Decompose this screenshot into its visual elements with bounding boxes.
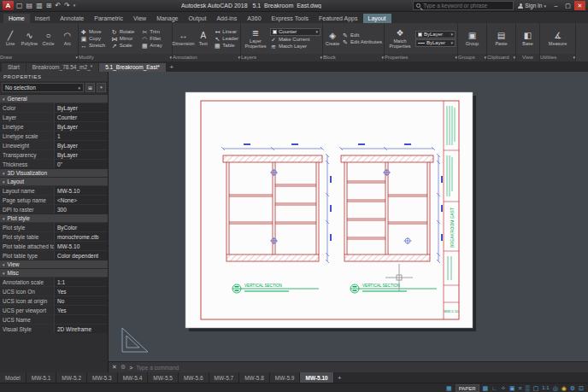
ribbon-tab[interactable]: Annotate	[55, 14, 89, 23]
property-row[interactable]: Thickness 0"	[0, 159, 108, 168]
isolate-objects-icon[interactable]: ◉	[562, 383, 567, 392]
property-row[interactable]: Annotation scale 1:1	[0, 277, 108, 286]
lineweight-icon[interactable]: ≡	[519, 383, 522, 392]
ribbon-tab[interactable]: Insert	[30, 14, 56, 23]
block-panel-label[interactable]: Block ▾	[323, 54, 384, 61]
property-row[interactable]: Lineweight ByLayer	[0, 140, 108, 149]
property-row[interactable]: Transparency ByLayer	[0, 149, 108, 159]
clean-screen-icon[interactable]: ⊡	[579, 383, 584, 392]
ribbon-tab[interactable]: A360	[242, 14, 266, 23]
annotation-monitor-icon[interactable]: ◎	[553, 383, 558, 392]
match-properties-button[interactable]: ❖ Match Properties	[386, 24, 414, 53]
ortho-icon[interactable]: ∟	[491, 383, 497, 392]
layout-tab[interactable]: MW-5.9	[270, 372, 301, 383]
section-header-plot-style[interactable]: ▾ Plot style	[0, 214, 108, 222]
property-value[interactable]: 1	[55, 132, 108, 140]
layout-tab[interactable]: MW-5.8	[239, 372, 270, 383]
selection-dropdown[interactable]: No selection ▾	[2, 83, 84, 92]
property-row[interactable]: Color ByLayer	[0, 102, 108, 112]
section-header-3d-visualization[interactable]: ▾ 3D Visualization	[0, 168, 108, 177]
search-input[interactable]	[423, 3, 510, 9]
snap-icon[interactable]: ▩	[483, 383, 489, 392]
command-input[interactable]	[136, 365, 585, 371]
polyline-button[interactable]: ∿ Polyline	[21, 24, 38, 53]
close-button[interactable]: ✕	[574, 1, 585, 10]
property-value[interactable]: ByLayer	[55, 150, 108, 159]
utilities-panel-label[interactable]: Utilities ▾	[540, 54, 575, 61]
circle-button[interactable]: ○ Circle	[40, 24, 57, 53]
close-icon[interactable]: ✕	[112, 364, 117, 371]
edit-block-button[interactable]: ✎Edit	[342, 32, 382, 38]
property-row[interactable]: Plot table type Color dependent	[0, 250, 108, 260]
property-value[interactable]: 0"	[55, 160, 108, 168]
create-block-button[interactable]: ◈ Create	[325, 24, 340, 53]
ribbon-tab[interactable]: View	[128, 14, 151, 23]
property-value[interactable]: 2D Wireframe	[55, 325, 108, 333]
file-tab[interactable]: Breakroom_78.54_m2_*	[26, 63, 98, 72]
leader-button[interactable]: ↖Leader	[214, 36, 238, 42]
qat-dropdown-icon[interactable]: ▾	[74, 1, 76, 10]
polar-tracking-icon[interactable]: ✧	[501, 383, 506, 392]
grid-icon[interactable]: ▦	[446, 383, 452, 392]
paper-space-button[interactable]: PAPER	[456, 384, 479, 392]
move-button[interactable]: ✚Move	[80, 29, 109, 35]
property-row[interactable]: Plot table attached to MW-5.10	[0, 241, 108, 250]
property-value[interactable]: Counter	[55, 113, 108, 121]
property-value[interactable]: MW-5.10	[55, 242, 108, 250]
property-row[interactable]: Plot style ByColor	[0, 222, 108, 231]
property-value[interactable]: ByColor	[55, 223, 108, 231]
property-value[interactable]: 300	[55, 205, 108, 214]
file-tab[interactable]: Start	[2, 63, 26, 72]
linear-button[interactable]: ↤Linear	[214, 29, 238, 35]
layout-tab[interactable]: MW-5.6	[179, 372, 209, 383]
property-value[interactable]: ByLayer	[55, 103, 108, 112]
property-row[interactable]: Layout name MW-5.10	[0, 185, 108, 195]
ribbon-tab[interactable]: Layout	[363, 14, 391, 23]
open-file-icon[interactable]: ▤	[26, 1, 33, 10]
transparency-icon[interactable]: ▒	[526, 383, 530, 392]
selection-cycling-icon[interactable]: ▢	[533, 383, 539, 392]
property-value[interactable]: monochrome.ctb	[55, 232, 108, 241]
gear-icon[interactable]: ⚙	[570, 383, 575, 392]
trim-button[interactable]: ✂Trim	[141, 29, 170, 35]
mirror-button[interactable]: ⋈Mirror	[111, 36, 140, 42]
clipboard-panel-label[interactable]: Clipboard ▾	[487, 54, 515, 61]
layers-panel-label[interactable]: Layers ▾	[241, 54, 322, 61]
property-value[interactable]: No	[55, 296, 108, 305]
edit-attributes-button[interactable]: ✎Edit Attributes	[342, 39, 382, 45]
lineweight-dropdown[interactable]: ByLayer ▾	[415, 39, 456, 47]
annotation-scale-button[interactable]: 1:1	[542, 383, 549, 392]
groups-panel-label[interactable]: Groups ▾	[458, 54, 486, 61]
property-row[interactable]: UCS icon at origin No	[0, 295, 108, 305]
property-row[interactable]: Linetype ByLayer	[0, 121, 108, 131]
ribbon-tab[interactable]: Featured Apps	[314, 14, 363, 23]
layout-tab[interactable]: MW-5.1	[26, 372, 57, 383]
layout-tab[interactable]: MW-5.5	[148, 372, 179, 383]
select-objects-button[interactable]: ⌖	[97, 83, 106, 92]
new-drawing-tab-button[interactable]: +	[167, 63, 177, 72]
osnap-icon[interactable]: ▣	[509, 383, 515, 392]
property-value[interactable]	[55, 315, 108, 324]
file-tab[interactable]: 5.1_Breakroom_East*	[99, 63, 166, 72]
group-button[interactable]: ▣ Group	[460, 24, 485, 53]
section-header-view[interactable]: ▾ View	[0, 260, 108, 268]
app-logo-icon[interactable]: A	[3, 1, 14, 10]
layout-tab[interactable]: MW-5.7	[209, 372, 240, 383]
new-file-icon[interactable]: ▢	[16, 1, 23, 10]
property-row[interactable]: Layer Counter	[0, 112, 108, 121]
plot-icon[interactable]: ⊞	[46, 1, 52, 10]
view-panel-label[interactable]: View	[516, 54, 539, 61]
property-value[interactable]: MW-5.10	[55, 186, 108, 195]
layout-tab[interactable]: Model	[0, 372, 26, 383]
redo-icon[interactable]: ↷	[64, 1, 70, 10]
match-layer-button[interactable]: ≋Match Layer	[270, 44, 320, 50]
new-layout-button[interactable]: +	[334, 372, 345, 383]
command-line[interactable]: ✕ ⚙ >	[109, 361, 588, 372]
ribbon-tab[interactable]: Output	[183, 14, 211, 23]
save-icon[interactable]: ▥	[36, 1, 43, 10]
property-value[interactable]: 1:1	[55, 278, 108, 286]
property-value[interactable]: ByLayer	[55, 122, 108, 131]
ribbon-tab[interactable]: Express Tools	[267, 14, 314, 23]
property-row[interactable]: Plot style table monochrome.ctb	[0, 231, 108, 241]
layout-tab[interactable]: MW-5.4	[118, 372, 149, 383]
